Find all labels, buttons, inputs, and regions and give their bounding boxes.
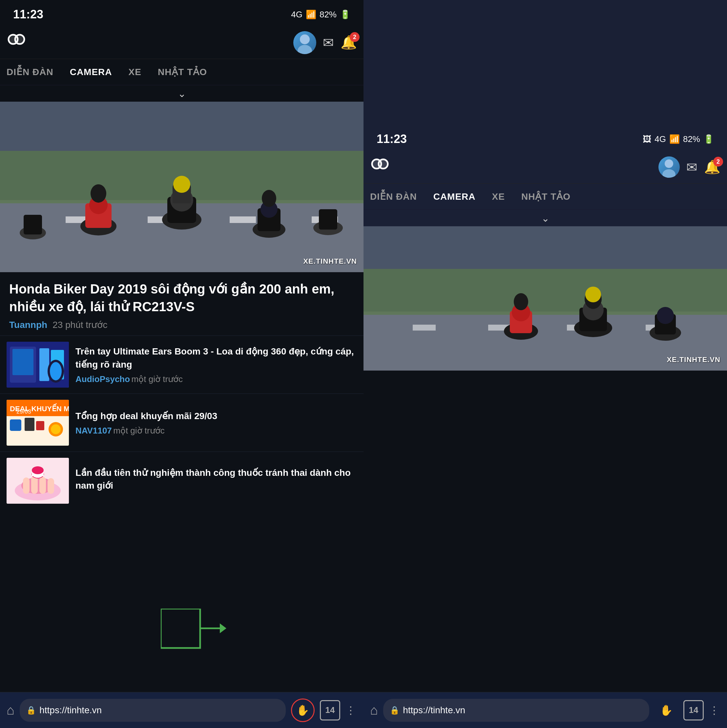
tab-dien-dan-right[interactable]: DIỄN ĐÀN: [370, 188, 417, 205]
tab-camera-left[interactable]: CAMERA: [70, 64, 112, 81]
news-item-3[interactable]: Lần đầu tiên thử nghiệm thành công thuốc…: [0, 451, 363, 509]
tab-count-left[interactable]: 14: [320, 700, 340, 720]
chevron-down-icon-right: ⌄: [541, 213, 549, 224]
news-list-left: Trên tay Ultimate Ears Boom 3 - Loa di đ…: [0, 335, 363, 692]
more-menu-button-left[interactable]: ⋮: [346, 704, 357, 717]
svg-rect-51: [31, 476, 38, 494]
nav-bar-right: ✉ 🔔 2: [363, 151, 727, 184]
news-info-1: Trên tay Ultimate Ears Boom 3 - Loa di đ…: [75, 345, 357, 384]
hero-image-right[interactable]: XE.TINHTE.VN: [363, 226, 727, 370]
signal-right: 📶: [669, 134, 680, 144]
menu-tabs-right: DIỄN ĐÀN CAMERA XE NHẬT TẢO: [363, 184, 727, 210]
right-panel: 11:23 🖼 4G 📶 82% 🔋 ✉ 🔔: [363, 0, 727, 728]
svg-point-64: [663, 169, 675, 178]
battery-icon-right: 🔋: [703, 134, 714, 144]
app-logo-left[interactable]: [6, 31, 29, 54]
lock-icon-left: 🔒: [26, 706, 36, 715]
network-right: 4G: [655, 134, 666, 144]
home-button-left[interactable]: ⌂: [6, 703, 14, 717]
main-article-left: Honda Biker Day 2019 sôi động với gần 20…: [0, 272, 363, 335]
news-thumb-2: DEAL KHUYẾN MÃI 29/03: [6, 400, 69, 446]
svg-point-83: [657, 307, 674, 324]
network-indicator: 4G: [291, 9, 303, 20]
user-avatar-right[interactable]: [658, 156, 680, 178]
news-title-1: Trên tay Ultimate Ears Boom 3 - Loa di đ…: [75, 345, 357, 370]
news-thumb-3: [6, 458, 69, 504]
user-avatar-left[interactable]: [293, 31, 316, 54]
news-item-1[interactable]: Trên tay Ultimate Ears Boom 3 - Loa di đ…: [0, 335, 363, 393]
status-icons-left: 4G 📶 82% 🔋: [291, 9, 350, 20]
hand-button-left[interactable]: ✋: [291, 699, 315, 722]
mail-icon-left[interactable]: ✉: [323, 35, 334, 50]
bell-container-right[interactable]: 🔔 2: [704, 159, 721, 175]
tab-nhat-tao-right[interactable]: NHẬT TẢO: [521, 188, 571, 205]
notification-badge-left: 2: [350, 32, 360, 42]
battery-icon: 🔋: [340, 9, 350, 20]
tab-xe-left[interactable]: XE: [129, 64, 141, 81]
svg-point-3: [15, 35, 24, 44]
status-time-right: 11:23: [377, 132, 407, 146]
menu-tabs-left: DIỄN ĐÀN CAMERA XE NHẬT TẢO: [0, 59, 363, 85]
svg-point-37: [50, 362, 62, 381]
left-panel: 11:23 4G 📶 82% 🔋 ✉: [0, 0, 363, 728]
news-footer-1: AudioPsycho một giờ trước: [75, 374, 357, 384]
article-meta-left: Tuannph 23 phút trước: [9, 320, 354, 330]
svg-point-56: [32, 466, 44, 474]
nav-bar-left: ✉ 🔔 2: [0, 26, 363, 59]
svg-rect-53: [47, 478, 54, 494]
hero-image-left[interactable]: XE.TINHTE.VN: [0, 102, 363, 272]
news-author-1[interactable]: AudioPsycho: [75, 374, 130, 384]
hand-button-right[interactable]: ✋: [655, 699, 678, 722]
right-panel-top-space: [363, 0, 727, 125]
news-info-2: Tổng hợp deal khuyến mãi 29/03 NAV1107 m…: [75, 410, 357, 436]
svg-point-22: [90, 184, 106, 203]
status-icons-right: 🖼 4G 📶 82% 🔋: [643, 134, 714, 144]
svg-rect-52: [39, 477, 46, 494]
svg-rect-30: [319, 209, 337, 229]
svg-point-18: [173, 176, 190, 193]
mail-icon-right[interactable]: ✉: [686, 160, 698, 175]
bottom-bar-left: ⌂ 🔒 https://tinhte.vn ✋ 14 ⋮: [0, 692, 363, 728]
article-author-left[interactable]: Tuannph: [9, 320, 47, 330]
tab-nhat-tao-left[interactable]: NHẬT TẢO: [158, 63, 207, 81]
battery-right: 82%: [683, 134, 700, 144]
more-menu-button-right[interactable]: ⋮: [709, 704, 721, 717]
tab-camera-right[interactable]: CAMERA: [433, 188, 476, 205]
dropdown-bar-left[interactable]: ⌄: [0, 85, 363, 102]
chevron-down-icon-left: ⌄: [178, 88, 186, 99]
svg-rect-28: [24, 215, 42, 234]
tab-xe-right[interactable]: XE: [492, 188, 505, 205]
svg-rect-71: [363, 269, 727, 315]
svg-point-62: [379, 159, 388, 168]
app-logo-right[interactable]: [370, 156, 393, 179]
svg-rect-50: [23, 477, 29, 494]
svg-point-4: [300, 34, 310, 44]
article-title-left[interactable]: Honda Biker Day 2019 sôi động với gần 20…: [9, 280, 354, 315]
svg-rect-10: [230, 216, 256, 223]
dropdown-bar-right[interactable]: ⌄: [363, 210, 727, 226]
svg-rect-67: [413, 325, 436, 330]
url-text-left: https://tinhte.vn: [39, 705, 102, 716]
svg-point-26: [262, 190, 276, 207]
svg-rect-42: [10, 419, 21, 431]
bell-container-left[interactable]: 🔔 2: [341, 35, 357, 50]
article-time-left: 23 phút trước: [52, 320, 107, 330]
tab-count-right[interactable]: 14: [683, 700, 704, 720]
news-item-2[interactable]: DEAL KHUYẾN MÃI 29/03 Tổng hợp deal khuy…: [0, 393, 363, 451]
news-info-3: Lần đầu tiên thử nghiệm thành công thuốc…: [75, 466, 357, 495]
svg-rect-43: [24, 418, 34, 431]
url-bar-right[interactable]: 🔒 https://tinhte.vn: [383, 699, 649, 722]
lock-icon-right: 🔒: [390, 706, 399, 715]
url-bar-left[interactable]: 🔒 https://tinhte.vn: [20, 699, 286, 722]
svg-rect-44: [36, 421, 44, 430]
home-button-right[interactable]: ⌂: [370, 703, 378, 717]
svg-rect-34: [39, 348, 49, 381]
battery-left: 82%: [320, 9, 337, 20]
news-author-2[interactable]: NAV1107: [75, 426, 112, 436]
status-time-left: 11:23: [13, 8, 43, 21]
tab-dien-dan-left[interactable]: DIỄN ĐÀN: [6, 63, 54, 81]
svg-point-80: [514, 293, 528, 310]
status-bar-left: 11:23 4G 📶 82% 🔋: [0, 0, 363, 26]
news-footer-2: NAV1107 một giờ trước: [75, 426, 357, 436]
bottom-bar-right: ⌂ 🔒 https://tinhte.vn ✋ 14 ⋮: [363, 692, 727, 728]
